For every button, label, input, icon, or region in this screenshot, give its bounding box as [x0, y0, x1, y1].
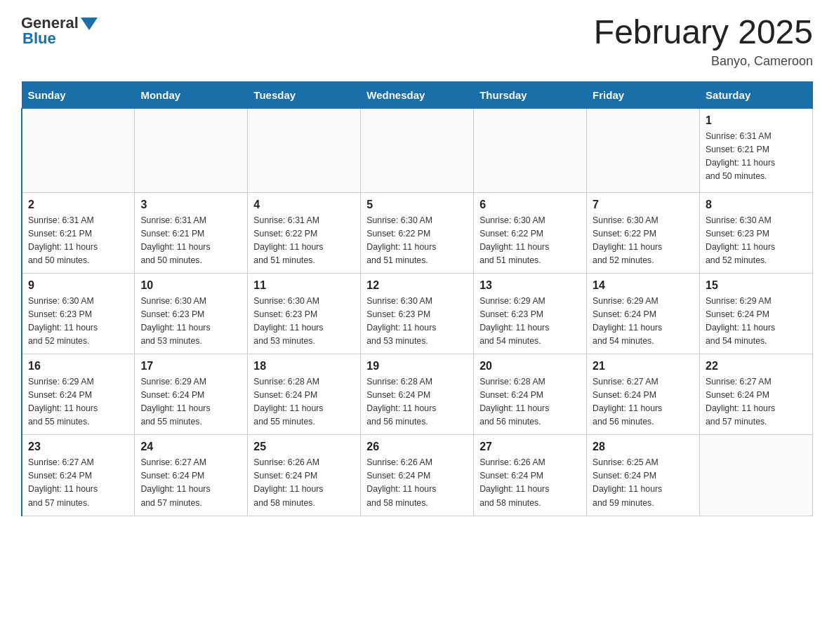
calendar-cell: 15Sunrise: 6:29 AMSunset: 6:24 PMDayligh…	[700, 273, 813, 354]
day-number: 26	[366, 441, 468, 453]
title-block: February 2025 Banyo, Cameroon	[594, 14, 813, 69]
calendar-cell: 4Sunrise: 6:31 AMSunset: 6:22 PMDaylight…	[248, 192, 361, 273]
calendar-cell: 22Sunrise: 6:27 AMSunset: 6:24 PMDayligh…	[700, 354, 813, 435]
weekday-header-monday: Monday	[135, 81, 248, 108]
day-number: 8	[706, 199, 807, 211]
day-number: 6	[479, 199, 581, 211]
calendar-cell	[135, 108, 248, 192]
day-info: Sunrise: 6:27 AMSunset: 6:24 PMDaylight:…	[593, 375, 694, 429]
weekday-header-wednesday: Wednesday	[361, 81, 474, 108]
calendar-cell	[361, 108, 474, 192]
day-number: 27	[479, 441, 581, 453]
calendar-cell	[22, 108, 135, 192]
day-number: 9	[28, 279, 128, 292]
day-number: 17	[140, 360, 241, 373]
day-number: 5	[366, 199, 468, 211]
week-row-1: 1Sunrise: 6:31 AMSunset: 6:21 PMDaylight…	[22, 108, 813, 192]
calendar-cell: 10Sunrise: 6:30 AMSunset: 6:23 PMDayligh…	[135, 273, 248, 354]
day-info: Sunrise: 6:30 AMSunset: 6:23 PMDaylight:…	[140, 295, 241, 348]
day-number: 14	[593, 279, 694, 292]
weekday-header-tuesday: Tuesday	[248, 81, 361, 108]
weekday-header-sunday: Sunday	[22, 81, 135, 108]
week-row-4: 16Sunrise: 6:29 AMSunset: 6:24 PMDayligh…	[22, 354, 813, 435]
day-info: Sunrise: 6:25 AMSunset: 6:24 PMDaylight:…	[593, 456, 694, 509]
day-number: 15	[706, 279, 807, 292]
day-number: 4	[253, 199, 355, 211]
calendar-cell: 23Sunrise: 6:27 AMSunset: 6:24 PMDayligh…	[22, 435, 135, 516]
day-number: 10	[140, 279, 241, 292]
calendar-cell: 19Sunrise: 6:28 AMSunset: 6:24 PMDayligh…	[361, 354, 474, 435]
calendar-cell	[587, 108, 700, 192]
calendar-cell: 11Sunrise: 6:30 AMSunset: 6:23 PMDayligh…	[248, 273, 361, 354]
calendar-cell: 14Sunrise: 6:29 AMSunset: 6:24 PMDayligh…	[587, 273, 700, 354]
day-info: Sunrise: 6:31 AMSunset: 6:22 PMDaylight:…	[253, 214, 355, 267]
day-info: Sunrise: 6:30 AMSunset: 6:22 PMDaylight:…	[366, 214, 468, 267]
day-number: 24	[140, 441, 241, 453]
logo: General Blue	[21, 14, 98, 48]
day-info: Sunrise: 6:31 AMSunset: 6:21 PMDaylight:…	[706, 130, 807, 183]
day-number: 25	[253, 441, 355, 453]
logo-blue-text: Blue	[22, 29, 56, 48]
day-number: 16	[28, 360, 128, 373]
calendar-cell: 2Sunrise: 6:31 AMSunset: 6:21 PMDaylight…	[22, 192, 135, 273]
day-info: Sunrise: 6:29 AMSunset: 6:24 PMDaylight:…	[28, 375, 128, 429]
day-info: Sunrise: 6:27 AMSunset: 6:24 PMDaylight:…	[706, 375, 807, 429]
day-number: 3	[140, 199, 241, 211]
day-info: Sunrise: 6:31 AMSunset: 6:21 PMDaylight:…	[140, 214, 241, 267]
week-row-2: 2Sunrise: 6:31 AMSunset: 6:21 PMDaylight…	[22, 192, 813, 273]
day-number: 22	[706, 360, 807, 373]
logo-arrow-icon	[81, 18, 98, 30]
calendar-cell: 3Sunrise: 6:31 AMSunset: 6:21 PMDaylight…	[135, 192, 248, 273]
weekday-header-saturday: Saturday	[700, 81, 813, 108]
day-number: 1	[706, 114, 807, 127]
calendar-cell: 1Sunrise: 6:31 AMSunset: 6:21 PMDaylight…	[700, 108, 813, 192]
day-number: 18	[253, 360, 355, 373]
calendar-cell: 8Sunrise: 6:30 AMSunset: 6:23 PMDaylight…	[700, 192, 813, 273]
day-info: Sunrise: 6:29 AMSunset: 6:24 PMDaylight:…	[593, 295, 694, 348]
calendar-cell: 20Sunrise: 6:28 AMSunset: 6:24 PMDayligh…	[474, 354, 587, 435]
calendar-cell: 25Sunrise: 6:26 AMSunset: 6:24 PMDayligh…	[248, 435, 361, 516]
day-info: Sunrise: 6:27 AMSunset: 6:24 PMDaylight:…	[140, 456, 241, 509]
day-info: Sunrise: 6:26 AMSunset: 6:24 PMDaylight:…	[253, 456, 355, 509]
day-info: Sunrise: 6:30 AMSunset: 6:23 PMDaylight:…	[253, 295, 355, 348]
calendar-cell: 17Sunrise: 6:29 AMSunset: 6:24 PMDayligh…	[135, 354, 248, 435]
calendar-cell: 7Sunrise: 6:30 AMSunset: 6:22 PMDaylight…	[587, 192, 700, 273]
day-info: Sunrise: 6:30 AMSunset: 6:23 PMDaylight:…	[706, 214, 807, 267]
day-info: Sunrise: 6:28 AMSunset: 6:24 PMDaylight:…	[253, 375, 355, 429]
day-info: Sunrise: 6:27 AMSunset: 6:24 PMDaylight:…	[28, 456, 128, 509]
weekday-header-friday: Friday	[587, 81, 700, 108]
calendar-cell	[474, 108, 587, 192]
day-info: Sunrise: 6:26 AMSunset: 6:24 PMDaylight:…	[479, 456, 581, 509]
calendar-cell: 21Sunrise: 6:27 AMSunset: 6:24 PMDayligh…	[587, 354, 700, 435]
day-number: 28	[593, 441, 694, 453]
weekday-header-row: SundayMondayTuesdayWednesdayThursdayFrid…	[22, 81, 813, 108]
week-row-5: 23Sunrise: 6:27 AMSunset: 6:24 PMDayligh…	[22, 435, 813, 516]
calendar-cell: 24Sunrise: 6:27 AMSunset: 6:24 PMDayligh…	[135, 435, 248, 516]
day-info: Sunrise: 6:26 AMSunset: 6:24 PMDaylight:…	[366, 456, 468, 509]
day-info: Sunrise: 6:30 AMSunset: 6:22 PMDaylight:…	[479, 214, 581, 267]
day-info: Sunrise: 6:31 AMSunset: 6:21 PMDaylight:…	[28, 214, 128, 267]
calendar-cell: 16Sunrise: 6:29 AMSunset: 6:24 PMDayligh…	[22, 354, 135, 435]
week-row-3: 9Sunrise: 6:30 AMSunset: 6:23 PMDaylight…	[22, 273, 813, 354]
day-info: Sunrise: 6:30 AMSunset: 6:23 PMDaylight:…	[366, 295, 468, 348]
day-number: 19	[366, 360, 468, 373]
day-info: Sunrise: 6:28 AMSunset: 6:24 PMDaylight:…	[479, 375, 581, 429]
calendar-table: SundayMondayTuesdayWednesdayThursdayFrid…	[21, 81, 813, 516]
day-number: 11	[253, 279, 355, 292]
calendar-cell: 26Sunrise: 6:26 AMSunset: 6:24 PMDayligh…	[361, 435, 474, 516]
day-number: 21	[593, 360, 694, 373]
day-number: 13	[479, 279, 581, 292]
calendar-cell: 9Sunrise: 6:30 AMSunset: 6:23 PMDaylight…	[22, 273, 135, 354]
day-number: 20	[479, 360, 581, 373]
calendar-cell: 6Sunrise: 6:30 AMSunset: 6:22 PMDaylight…	[474, 192, 587, 273]
day-info: Sunrise: 6:30 AMSunset: 6:23 PMDaylight:…	[28, 295, 128, 348]
page-header: General Blue February 2025 Banyo, Camero…	[21, 14, 813, 69]
day-info: Sunrise: 6:29 AMSunset: 6:24 PMDaylight:…	[706, 295, 807, 348]
calendar-cell: 27Sunrise: 6:26 AMSunset: 6:24 PMDayligh…	[474, 435, 587, 516]
calendar-cell: 13Sunrise: 6:29 AMSunset: 6:23 PMDayligh…	[474, 273, 587, 354]
day-info: Sunrise: 6:28 AMSunset: 6:24 PMDaylight:…	[366, 375, 468, 429]
calendar-cell	[700, 435, 813, 516]
calendar-title: February 2025	[594, 14, 813, 51]
day-number: 23	[28, 441, 128, 453]
weekday-header-thursday: Thursday	[474, 81, 587, 108]
